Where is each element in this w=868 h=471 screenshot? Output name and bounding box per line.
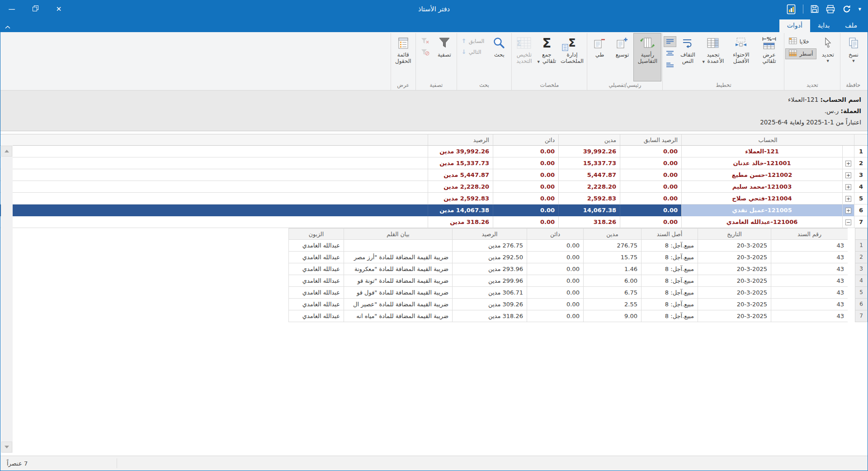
select-cells-button[interactable]: خلايا (785, 36, 816, 47)
account-row-7[interactable]: 7 − 121006-عبدالله الغامدي 0.00 318.26 0… (0, 216, 868, 228)
account-cell[interactable]: 121006-عبدالله الغامدي (681, 216, 842, 228)
detail-header-debit[interactable]: مدين (583, 228, 641, 240)
column-header-credit[interactable]: دائن (493, 134, 558, 146)
account-row-1[interactable]: 1 121-العملاء 0.00 39,992.26 0.00 39,992… (0, 146, 868, 157)
detail-header-origin[interactable]: أصل السند (641, 228, 698, 240)
expand-toggle[interactable]: + (845, 208, 851, 214)
scroll-up-button[interactable] (1, 146, 12, 157)
account-cell[interactable]: 121005-عميل نقدي (681, 205, 842, 216)
tab-tools[interactable]: أدوات (779, 19, 810, 32)
disable-filter-button[interactable] (417, 48, 433, 57)
window-title: دفتر الأستاذ (418, 0, 450, 18)
vertical-scrollbar[interactable] (1, 145, 13, 453)
autofit-button[interactable]: ⊢%⊣ عرض تلقائي (755, 33, 783, 81)
ribbon-collapse-icon[interactable] (5, 22, 10, 31)
detail-header-credit[interactable]: دائن (527, 228, 583, 240)
detail-header-description[interactable]: بيان القلم (344, 228, 452, 240)
wrap-text-button[interactable]: التفاف النص (676, 33, 699, 81)
bestfit-button[interactable]: الاحتواء الأفضل (727, 33, 755, 81)
copy-button[interactable]: نسخ ▼ (842, 33, 865, 81)
select-rows-button[interactable]: أسطر (785, 48, 816, 59)
status-divider (117, 458, 117, 468)
minimize-icon[interactable]: — (7, 5, 17, 13)
close-icon[interactable]: ✕ (54, 5, 64, 13)
align-center-button[interactable] (664, 48, 676, 59)
account-cell[interactable]: 121001-خالد عدنان (681, 157, 842, 169)
freeze-columns-button[interactable]: تجميد الأعمدة ▼ (699, 33, 727, 81)
search-previous-button[interactable]: ↑ السابق (458, 36, 488, 46)
account-cell[interactable]: 121003-محمد سليم (681, 181, 842, 193)
group-label-filter: تصفية (417, 81, 456, 90)
ribbon-group-layout: ⊢%⊣ عرض تلقائي الاحتواء الأفضل تجميد الأ (662, 33, 784, 90)
column-header-account[interactable]: الحساب (681, 134, 854, 146)
detail-header-voucher-no[interactable]: رقم السند (771, 228, 848, 240)
expand-toggle[interactable]: + (845, 161, 851, 167)
report-info-panel: اسم الحساب: 121-العملاء العملة: ر.س. اعت… (0, 90, 868, 131)
ribbon-tab-row: ملف بداية أدوات (0, 18, 868, 32)
main-table-header: الحساب الرصيد السابق مدين دائن الرصيد (0, 134, 868, 146)
group-label-view: عرض (392, 81, 415, 90)
account-row-3[interactable]: 3 + 121002-حسن مطيع 0.00 5,447.87 0.00 5… (0, 169, 868, 181)
filter-button[interactable]: تصفية (433, 33, 456, 81)
expand-toggle[interactable]: + (845, 196, 851, 202)
expand-toggle[interactable]: + (845, 172, 851, 178)
qat-customize-icon[interactable]: ▼ (859, 7, 861, 11)
ribbon-group-clipboard: نسخ ▼ حافظة (840, 33, 866, 90)
qat-separator (803, 5, 803, 14)
refresh-icon[interactable] (842, 5, 851, 14)
account-row-4[interactable]: 4 + 121003-محمد سليم 0.00 2,228.20 0.00 … (0, 181, 868, 193)
align-top-button[interactable] (664, 36, 676, 47)
account-cell[interactable]: 121002-حسن مطيع (681, 169, 842, 181)
search-button[interactable]: بحث (488, 33, 510, 81)
account-row-6-selected[interactable]: 6 + 121005-عميل نقدي 0.00 14,067.38 0.00… (0, 205, 868, 216)
copy-dropdown-icon: ▼ (852, 59, 854, 63)
detail-row-5[interactable]: 5 43 20-3-2025 مبيع.آجل: 8 6.75 0.00 306… (0, 287, 868, 299)
column-header-balance[interactable]: الرصيد (428, 134, 493, 146)
manage-summaries-label: إدارة الملخصات (559, 52, 585, 64)
account-row-5[interactable]: 5 + 121004-فتحي صلاح 0.00 2,592.83 0.00 … (0, 193, 868, 205)
account-cell[interactable]: 121-العملاء (681, 146, 842, 157)
detail-header-customer[interactable]: الزبون (288, 228, 344, 240)
expand-toggle[interactable]: + (845, 184, 851, 190)
freeze-columns-label: تجميد الأعمدة ▼ (700, 52, 726, 65)
account-row-2[interactable]: 2 + 121001-خالد عدنان 0.00 15,337.73 0.0… (0, 157, 868, 169)
summarize-selection-button[interactable]: Σ تلخيص التحديد (513, 33, 535, 81)
align-bottom-button[interactable] (664, 60, 676, 71)
expand-button[interactable]: توسيع (611, 33, 633, 81)
clear-filter-button[interactable] (417, 36, 433, 46)
detail-row-4[interactable]: 4 43 20-3-2025 مبيع.آجل: 8 6.00 0.00 299… (0, 275, 868, 287)
up-arrow-icon: ↑ (462, 38, 467, 44)
select-button[interactable]: تحديد ▼ (816, 33, 839, 81)
autosum-dropdown-icon: ▼ (538, 60, 540, 64)
next-label: التالي (469, 49, 481, 55)
detail-header-date[interactable]: التاريخ (698, 228, 771, 240)
detail-row-1[interactable]: 1 43 20-3-2025 مبيع.آجل: 8 276.75 0.00 2… (0, 240, 868, 252)
account-cell[interactable]: 121004-فتحي صلاح (681, 193, 842, 205)
detail-row-6[interactable]: 6 43 20-3-2025 مبيع.آجل: 8 2.55 0.00 309… (0, 299, 868, 310)
detail-row-2[interactable]: 2 43 20-3-2025 مبيع.آجل: 8 15.75 0.00 29… (0, 252, 868, 263)
detail-row-7[interactable]: 7 43 20-3-2025 مبيع.آجل: 8 9.00 0.00 318… (0, 310, 868, 322)
print-icon[interactable] (826, 5, 835, 14)
best-fit-icon (734, 36, 748, 50)
scroll-down-button[interactable] (1, 442, 12, 452)
select-label: تحديد (822, 52, 834, 58)
search-next-button[interactable]: ↓ التالي (458, 47, 488, 57)
ribbon-group-select: تحديد ▼ خلايا أسطر (784, 33, 840, 90)
detail-header-button[interactable]: رأسية التفاصيل (633, 33, 661, 81)
detail-row-3[interactable]: 3 43 20-3-2025 مبيع.آجل: 8 1.46 0.00 293… (0, 263, 868, 275)
save-icon[interactable] (811, 5, 819, 13)
row-indicator-header (854, 134, 868, 146)
manage-summaries-button[interactable]: Σ إدارة الملخصات (558, 33, 586, 81)
tab-file[interactable]: ملف (837, 19, 865, 32)
collapse-toggle[interactable]: − (845, 219, 851, 225)
column-header-debit[interactable]: مدين (558, 134, 620, 146)
autofit-label: عرض تلقائي (756, 52, 782, 64)
collapse-button[interactable]: طي (588, 33, 611, 81)
cells-icon (789, 38, 797, 46)
autosum-button[interactable]: Σ جمع تلقائي ▼ (535, 33, 558, 81)
tab-home[interactable]: بداية (810, 19, 838, 32)
detail-header-balance[interactable]: الرصيد (452, 228, 527, 240)
field-list-button[interactable]: قائمة الحقول (392, 33, 415, 81)
restore-icon[interactable] (30, 5, 40, 13)
column-header-previous-balance[interactable]: الرصيد السابق (620, 134, 681, 146)
